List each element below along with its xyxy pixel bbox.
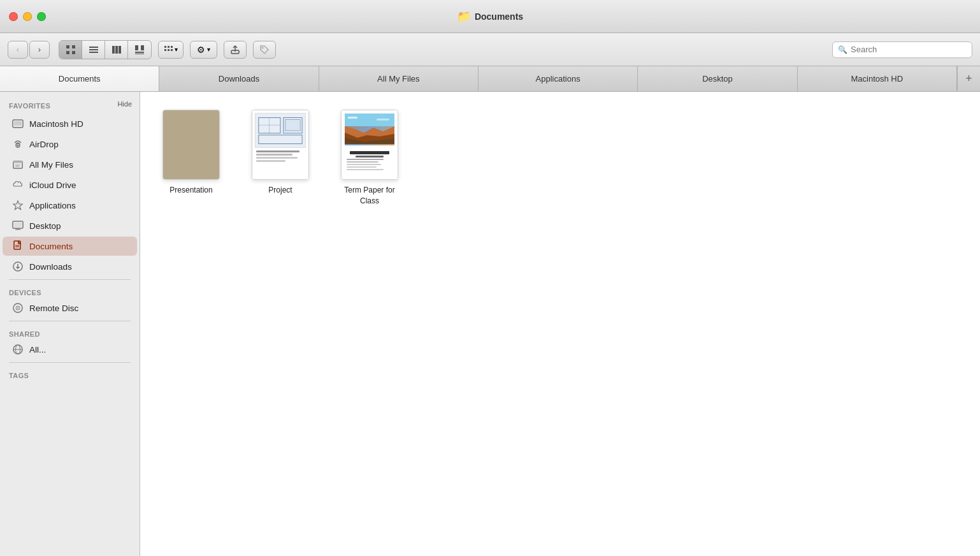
search-input[interactable] [851, 45, 967, 54]
svg-rect-23 [14, 121, 22, 126]
tag-button[interactable] [253, 41, 276, 59]
icloud-label: iCloud Drive [29, 180, 76, 190]
airdrop-icon [11, 138, 24, 150]
sidebar-item-icloud-drive[interactable]: iCloud Drive [3, 175, 137, 194]
sidebar-divider-devices [9, 279, 131, 280]
tabs-bar: Documents Downloads All My Files Applica… [0, 66, 980, 92]
hide-button[interactable]: Hide [117, 100, 132, 108]
sidebar-item-macintosh-hd[interactable]: Macintosh HD [3, 114, 137, 133]
title-bar: 📁 Documents [0, 0, 980, 33]
sidebar-item-remote-disc[interactable]: Remote Disc [3, 298, 137, 318]
action-button[interactable]: ⚙ ▾ [190, 41, 217, 59]
sidebar-item-downloads[interactable]: Downloads [3, 257, 137, 276]
file-item-term-paper[interactable]: Term Paper for Class [331, 105, 408, 212]
cover-flow-button[interactable] [128, 41, 151, 59]
file-item-project[interactable]: Project [242, 105, 319, 212]
add-tab-button[interactable]: + [957, 66, 980, 91]
svg-rect-7 [112, 46, 115, 54]
project-image [255, 113, 306, 148]
svg-rect-10 [135, 45, 138, 50]
shared-all-icon [11, 343, 24, 356]
sidebar-item-documents[interactable]: Documents [3, 237, 137, 256]
svg-rect-58 [377, 119, 389, 121]
documents-label: Documents [29, 242, 73, 251]
airdrop-label: AirDrop [29, 140, 59, 149]
file-item-presentation[interactable]: Presentation [153, 105, 229, 212]
sidebar-item-shared-all[interactable]: All... [3, 340, 137, 359]
desktop-label: Desktop [29, 221, 61, 231]
icloud-icon [11, 179, 24, 191]
column-view-button[interactable] [105, 41, 128, 59]
project-name: Project [268, 185, 292, 196]
window-title: 📁 Documents [457, 10, 523, 24]
view-buttons [59, 40, 152, 59]
svg-rect-1 [72, 45, 75, 48]
svg-rect-0 [66, 45, 69, 48]
forward-button[interactable]: › [29, 41, 50, 59]
shared-all-label: All... [29, 345, 46, 355]
svg-point-27 [17, 145, 19, 147]
tab-applications[interactable]: Applications [479, 66, 638, 91]
sidebar-item-all-my-files[interactable]: All My Files [3, 155, 137, 174]
svg-rect-11 [141, 45, 144, 50]
svg-point-42 [17, 307, 18, 309]
icon-view-button[interactable] [59, 41, 82, 59]
window-controls [9, 12, 46, 21]
svg-rect-4 [89, 47, 98, 48]
svg-rect-12 [135, 52, 144, 53]
svg-rect-35 [15, 229, 20, 230]
sidebar-divider-tags [9, 362, 131, 363]
file-content: Presentation [140, 92, 980, 556]
svg-rect-9 [119, 46, 121, 54]
tab-downloads[interactable]: Downloads [159, 66, 319, 91]
macintosh-hd-label: Macintosh HD [29, 119, 83, 129]
all-my-files-icon [11, 158, 24, 171]
svg-rect-13 [135, 54, 144, 54]
share-button[interactable] [224, 41, 247, 59]
tab-macintosh-hd[interactable]: Macintosh HD [798, 66, 957, 91]
folder-icon: 📁 [457, 10, 471, 24]
svg-rect-29 [13, 161, 22, 163]
back-button[interactable]: ‹ [8, 41, 28, 59]
documents-icon [11, 240, 24, 252]
devices-label: Devices [0, 282, 140, 298]
minimize-button[interactable] [23, 12, 32, 21]
close-button[interactable] [9, 12, 18, 21]
applications-label: Applications [29, 201, 76, 210]
favorites-label: Favorites [9, 97, 50, 111]
svg-point-21 [262, 47, 264, 48]
tags-label: Tags [0, 365, 140, 381]
sidebar-item-desktop[interactable]: Desktop [3, 216, 137, 235]
svg-rect-25 [15, 128, 21, 128]
svg-rect-6 [89, 52, 98, 53]
list-view-button[interactable] [82, 41, 105, 59]
tab-documents[interactable]: Documents [0, 66, 159, 91]
presentation-thumbnail [162, 110, 220, 180]
svg-rect-18 [168, 49, 169, 51]
nav-buttons: ‹ › [8, 41, 50, 59]
project-thumbnail [252, 110, 309, 180]
svg-rect-2 [66, 51, 69, 54]
svg-rect-17 [164, 49, 166, 51]
arrange-button[interactable]: ▾ [158, 41, 184, 59]
svg-rect-15 [168, 46, 169, 48]
svg-rect-57 [348, 117, 357, 119]
sidebar: Favorites Hide Macintosh HD [0, 92, 140, 556]
sidebar-header: Favorites Hide [0, 92, 140, 113]
applications-icon [11, 199, 24, 212]
sidebar-item-applications[interactable]: Applications [3, 196, 137, 215]
sidebar-item-airdrop[interactable]: AirDrop [3, 135, 137, 154]
search-icon: 🔍 [838, 45, 847, 54]
remote-disc-icon [11, 302, 24, 314]
svg-rect-33 [14, 223, 22, 227]
svg-rect-19 [171, 49, 173, 51]
presentation-name: Presentation [169, 185, 212, 196]
maximize-button[interactable] [37, 12, 46, 21]
main-area: Favorites Hide Macintosh HD [0, 92, 980, 556]
svg-rect-5 [89, 49, 98, 50]
downloads-label: Downloads [29, 262, 72, 272]
tab-all-my-files[interactable]: All My Files [319, 66, 479, 91]
tab-desktop[interactable]: Desktop [638, 66, 797, 91]
sidebar-divider-shared [9, 321, 131, 321]
search-bar[interactable]: 🔍 [832, 41, 972, 58]
